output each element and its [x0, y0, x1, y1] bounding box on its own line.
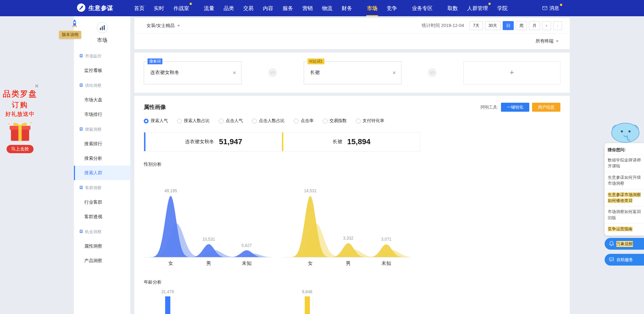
clear-compare-icon[interactable]: ✕: [392, 70, 396, 75]
nav-item-service[interactable]: 服务: [283, 0, 293, 16]
nav-item-traffic[interactable]: 流量: [204, 0, 214, 16]
search-word-tag: 搜索词: [148, 58, 162, 64]
compare-word-box[interactable]: 对比词1 长裙 ✕: [304, 61, 401, 84]
assistant-question[interactable]: 数据学院金牌讲师开课啦: [605, 155, 644, 172]
rocket-icon: [67, 19, 82, 31]
sidebar-item-market-ranking[interactable]: 市场排行: [74, 107, 130, 122]
sidebar-item-crowd-perspective[interactable]: 客群透视: [74, 210, 130, 224]
nav-item-competition[interactable]: 竞争: [387, 0, 397, 16]
range-button-30d[interactable]: 30天: [485, 21, 501, 30]
promo-cta-button[interactable]: 马上去抢: [7, 145, 34, 153]
nav-item-academy[interactable]: 学院: [497, 0, 508, 16]
assistant-question[interactable]: 竞争运营指南: [605, 223, 644, 234]
age-analysis-label: 年龄分析: [144, 279, 560, 285]
messages-label: 消息: [549, 5, 559, 11]
assistant-question[interactable]: 生意参谋市场洞察如何修改类目: [605, 189, 644, 206]
radio-selected-icon: [144, 119, 149, 123]
sidebar-item-attribute-insight[interactable]: 属性洞察: [74, 239, 130, 253]
gender-charts: 49,195女10,531男5,627未知 14,531女3,332男3,071…: [144, 170, 560, 269]
svg-text:未知: 未知: [242, 260, 252, 266]
terminal-select[interactable]: 所有终端: [536, 38, 559, 44]
prev-date-button[interactable]: ‹: [542, 21, 551, 30]
nav-item-business-zone[interactable]: 业务专区: [412, 0, 433, 16]
sidebar-item-product-insight[interactable]: 产品洞察: [74, 253, 130, 268]
search-word-box[interactable]: 搜索词 连衣裙女秋冬 ✕: [144, 61, 242, 84]
add-compare-word-button[interactable]: +: [463, 61, 560, 84]
metric-radio-click-rate[interactable]: 点击率: [294, 118, 314, 124]
sidebar-item-search-ranking[interactable]: 搜索排行: [74, 137, 130, 151]
summary-value: 15,894: [347, 137, 370, 146]
sidebar-item-search-analysis[interactable]: 搜索分析: [74, 151, 130, 166]
nav-item-logistics[interactable]: 物流: [322, 0, 332, 16]
age-charts: 31,479 9,848: [144, 289, 560, 314]
metric-radio-click-user-ratio[interactable]: 点击人数占比: [252, 118, 285, 124]
range-button-7d[interactable]: 7天: [470, 21, 483, 30]
nav-item-content[interactable]: 内容: [263, 0, 273, 16]
metric-radio-search-user-ratio[interactable]: 搜索人数占比: [177, 118, 210, 124]
assistant-question[interactable]: 生意参谋如何升级市场洞察: [605, 172, 644, 189]
nav-item-market[interactable]: 市场: [367, 0, 377, 16]
elephant-mascot[interactable]: [609, 120, 642, 145]
tools-label: 阿明工具:: [481, 104, 498, 110]
version-note: 版本说明: [58, 19, 82, 39]
nav-item-trade[interactable]: 交易: [243, 0, 254, 16]
range-button-day[interactable]: 日: [503, 21, 514, 30]
main-content: 女装/女士精品 统计时间 2019-12-04 7天 30天 日 周 月 ‹ ›…: [134, 16, 570, 314]
next-date-button[interactable]: ›: [553, 21, 562, 30]
range-button-week[interactable]: 周: [516, 21, 527, 30]
sidebar-group-market-monitor: 市场监控 监控看板: [74, 49, 130, 78]
metric-radio-click-popularity[interactable]: 点击人气: [219, 118, 243, 124]
vs-badge: VS: [428, 68, 437, 77]
primary-nav: 首页 实时 作战室 流量 品类 交易 内容 服务 营销 物流 财务 市场 竞争 …: [134, 0, 508, 16]
question-text: 市场洞察如何返回旧版: [608, 209, 641, 220]
gift-box-icon: [2, 119, 38, 144]
nav-item-realtime[interactable]: 实时: [154, 0, 164, 16]
sidebar-group-customer-insight: 客群洞察 行业客群 客群透视: [74, 181, 130, 224]
group-header-label: 客群洞察: [85, 185, 102, 191]
one-key-convert-button[interactable]: 一键转化: [501, 103, 529, 112]
radio-icon: [294, 119, 299, 123]
version-badge[interactable]: 版本说明: [59, 31, 81, 39]
nav-item-home[interactable]: 首页: [134, 0, 144, 16]
chat-icon: [609, 257, 614, 263]
wanxiang-reminder-button[interactable]: 万象提醒: [605, 238, 644, 250]
nav-item-data-fetch[interactable]: 取数: [447, 0, 458, 16]
clear-search-icon[interactable]: ✕: [233, 70, 236, 75]
nav-item-marketing[interactable]: 营销: [302, 0, 313, 16]
logo[interactable]: 生意参谋: [77, 3, 113, 13]
user-info-button[interactable]: 用户信息: [532, 103, 560, 112]
chevron-down-icon: [177, 25, 180, 27]
range-button-month[interactable]: 月: [529, 21, 540, 30]
category-value: 女装/女士精品: [146, 22, 175, 29]
question-text: 生意参谋如何升级市场洞察: [608, 175, 641, 186]
sidebar-item-monitor-board[interactable]: 监控看板: [74, 63, 130, 78]
svg-text:3,071: 3,071: [381, 237, 391, 242]
nav-item-war-room[interactable]: 作战室: [173, 0, 189, 16]
sidebar-item-market-overview[interactable]: 市场大盘: [74, 93, 130, 107]
nav-item-finance[interactable]: 财务: [342, 0, 352, 16]
gender-chart-compare-word: 14,531女3,332男3,071未知: [283, 170, 411, 269]
promo-line3: 好礼放送中: [2, 111, 38, 118]
sidebar-item-search-crowd[interactable]: 搜索人群: [74, 166, 130, 180]
sidebar-module-header: 市场: [74, 16, 130, 48]
assistant-question[interactable]: 市场洞察如何返回旧版: [605, 206, 644, 223]
metric-radio-trade-index[interactable]: 交易指数: [323, 118, 347, 124]
nav-item-category[interactable]: 品类: [224, 0, 234, 16]
age-chart-compare-word: 9,848: [283, 289, 411, 314]
attribute-portrait-panel: 属性画像 阿明工具: 一键转化 用户信息 搜索人气 搜索人数占比 点击人气 点击…: [134, 96, 570, 314]
metric-radio-pay-conversion[interactable]: 支付转化率: [356, 118, 385, 124]
nav-messages[interactable]: 消息: [542, 5, 559, 11]
group-header-opportunity-insight: 机会洞察: [74, 225, 130, 239]
self-service-button[interactable]: 自助服务: [605, 254, 644, 266]
nav-item-crowd-management[interactable]: 人群管理: [467, 0, 488, 16]
metric-radio-search-popularity[interactable]: 搜索人气: [144, 118, 168, 124]
radio-label: 点击人气: [226, 118, 243, 124]
age-bar-value: 31,479: [157, 289, 178, 294]
category-select[interactable]: 女装/女士精品: [146, 22, 180, 29]
summary-name: 连衣裙女秋冬: [185, 139, 214, 145]
gender-analysis-label: 性别分析: [144, 161, 560, 167]
promo-banner: 品类罗盘 订购 好礼放送中 马上去抢: [2, 89, 38, 153]
module-title: 市场: [74, 37, 130, 44]
sidebar-item-industry-crowd[interactable]: 行业客群: [74, 195, 130, 210]
svg-text:14,531: 14,531: [304, 188, 317, 193]
